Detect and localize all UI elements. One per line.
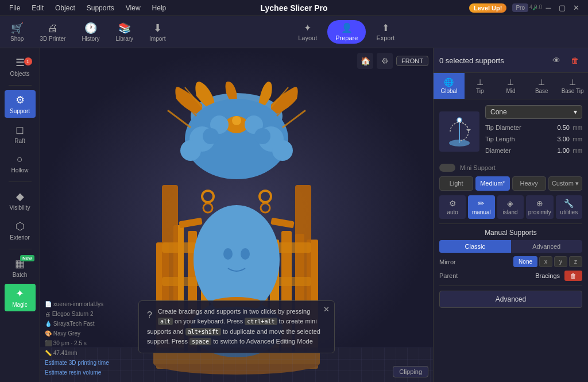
mode-manual[interactable]: ✏ manual (468, 195, 494, 219)
toolbar-tabs: ✦ Layout 👤 Prepare ⬆ Export (290, 20, 403, 44)
svg-line-29 (168, 110, 191, 128)
sub-tab-advanced[interactable]: Advanced (511, 240, 583, 253)
preset-medium[interactable]: Medium* (475, 176, 509, 191)
mode-proximity[interactable]: ⊕ proximity (526, 195, 554, 219)
sidebar-item-objects[interactable]: ☰ Objects (5, 53, 36, 80)
sidebar-item-visibility[interactable]: ◆ Visibility (5, 187, 36, 214)
support-type-select[interactable]: Cone ▾ (485, 105, 582, 119)
tab-mid[interactable]: ⊥ Mid (496, 73, 527, 99)
tab-export[interactable]: ⬆ Export (368, 20, 403, 44)
tooltip-key1: alt (158, 318, 173, 325)
sidebar-item-raft[interactable]: ◻ Raft (5, 120, 36, 148)
batch-label: Batch (13, 272, 28, 278)
tab-base-tip[interactable]: ⊥ Base Tip (557, 73, 588, 99)
support-type-chevron: ▾ (574, 108, 577, 116)
menu-view[interactable]: View (121, 2, 145, 14)
toolbar-import[interactable]: ⬇ Import (146, 20, 169, 44)
estimate-time-link[interactable]: Estimate 3D printing time (45, 360, 109, 366)
preset-custom[interactable]: Custom ▾ (548, 176, 582, 191)
support-preview: Cone ▾ Tip Diameter 0.50 mm Tip Length (439, 105, 582, 158)
printer-label: 3D Printer (40, 36, 65, 42)
svg-point-46 (260, 191, 271, 202)
clipping-button[interactable]: Clipping (393, 366, 428, 377)
home-button[interactable]: 🏠 (357, 53, 373, 69)
shop-icon: 🛒 (11, 22, 24, 34)
estimate-volume-link[interactable]: Estimate resin volume (45, 369, 101, 376)
preset-heavy[interactable]: Heavy (512, 176, 546, 191)
delete-supports-button[interactable]: 🗑 (567, 53, 582, 68)
raft-icon: ◻ (16, 124, 24, 136)
mode-utilities[interactable]: 🔧 utilities (556, 195, 582, 219)
tip-diameter-label: Tip Diameter (485, 124, 521, 131)
level-up-button[interactable]: Level Up! (469, 3, 507, 13)
tip-length-row: Tip Length 3.00 mm (485, 135, 582, 143)
tooltip-close[interactable]: ✕ (323, 304, 330, 316)
tooltip-question-icon: ? (147, 308, 152, 323)
menu-help[interactable]: Help (148, 2, 171, 14)
toolbar-history[interactable]: 🕐 History (78, 20, 103, 44)
mode-island[interactable]: ◈ island (497, 195, 524, 219)
mode-auto[interactable]: ⚙ auto (439, 195, 466, 219)
parent-label: Parent (439, 272, 458, 279)
menu-file[interactable]: File (5, 2, 25, 14)
bracings-delete-button[interactable]: 🗑 (564, 271, 582, 281)
svg-point-36 (180, 140, 201, 161)
svg-rect-44 (270, 218, 294, 229)
import-icon: ⬇ (153, 22, 162, 34)
header-icons: 👁 🗑 (549, 53, 582, 68)
hollow-label: Hollow (11, 167, 28, 173)
panel-tabs: 🌐 Global ⊥ Tip ⊥ Mid ⊥ Base ⊥ Base Tip (434, 73, 588, 99)
toolbar-shop[interactable]: 🛒 Shop (7, 20, 27, 44)
new-badge: New (20, 255, 34, 261)
sub-tab-classic[interactable]: Classic (439, 240, 511, 253)
svg-point-27 (223, 248, 233, 260)
island-label: island (503, 209, 518, 215)
mini-support-toggle[interactable] (439, 164, 455, 172)
hide-supports-button[interactable]: 👁 (549, 53, 564, 68)
mirror-x[interactable]: x (539, 256, 552, 267)
close-button[interactable]: ✕ (570, 2, 582, 14)
mirror-z[interactable]: z (569, 256, 582, 267)
menu-object[interactable]: Object (51, 2, 80, 14)
svg-line-32 (283, 110, 305, 128)
tab-base[interactable]: ⊥ Base (526, 73, 557, 99)
menu-edit[interactable]: Edit (27, 2, 48, 14)
settings-button[interactable]: ⚙ (377, 53, 393, 69)
preset-light[interactable]: Light (439, 176, 473, 191)
sidebar-item-hollow[interactable]: ○ Hollow (5, 150, 36, 177)
main-area: ☰ Objects 1 ⚙ Support ◻ Raft ○ Hollow ◆ … (0, 48, 588, 382)
minimize-button[interactable]: ─ (542, 2, 555, 14)
sidebar-item-exterior[interactable]: ⬡ Exterior (5, 217, 36, 244)
toolbar-3dprinter[interactable]: 🖨 3D Printer (36, 20, 69, 44)
manual-label: manual (472, 209, 491, 215)
viewport[interactable]: 🏠 ⚙ FRONT 📄 xueren-immortal.lys 🖨 Elegoo… (40, 48, 433, 382)
export-label: Export (376, 34, 394, 41)
menu-supports[interactable]: Supports (82, 2, 119, 14)
magic-label: Magic (12, 302, 28, 308)
tooltip-text5: to switch to Advanced Editing Mode (213, 338, 313, 345)
tooltip-key3: alt+shift (185, 328, 221, 335)
support-label: Support (10, 108, 30, 114)
auto-icon: ⚙ (449, 199, 457, 208)
advanced-button[interactable]: Advanced (439, 291, 582, 308)
mirror-none[interactable]: None (513, 256, 537, 267)
pro-badge: Pro (512, 3, 528, 12)
maximize-button[interactable]: ▢ (556, 2, 568, 14)
tab-global[interactable]: 🌐 Global (434, 73, 465, 99)
tab-layout[interactable]: ✦ Layout (290, 20, 325, 44)
tab-prepare[interactable]: 👤 Prepare (327, 20, 366, 44)
support-type-row: Cone ▾ (485, 105, 582, 119)
sidebar-divider-3 (9, 249, 32, 249)
sidebar-item-magic[interactable]: ✦ Magic (5, 284, 36, 311)
tip-tab-icon: ⊥ (477, 78, 483, 87)
tab-tip[interactable]: ⊥ Tip (465, 73, 496, 99)
proximity-icon: ⊕ (536, 199, 543, 208)
proximity-label: proximity (528, 209, 551, 215)
mirror-y[interactable]: y (554, 256, 567, 267)
tooltip-key4: space (189, 338, 211, 345)
toolbar-library[interactable]: 📚 Library (113, 20, 137, 44)
history-icon: 🕐 (84, 22, 97, 34)
preset-row: Light Medium* Heavy Custom ▾ (439, 176, 582, 191)
sidebar-item-support[interactable]: ⚙ Support (5, 90, 36, 118)
model-height: 📏 47.41mm (45, 348, 109, 358)
